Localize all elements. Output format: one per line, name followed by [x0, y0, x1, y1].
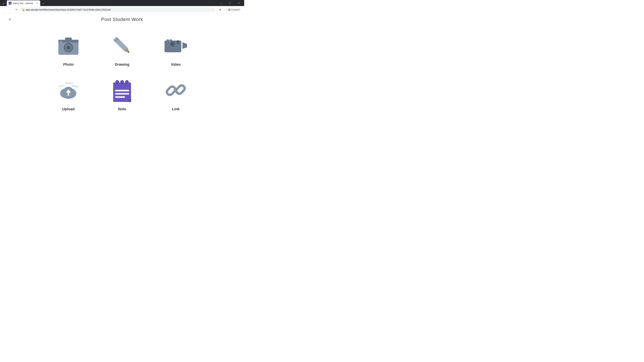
- upload-label: Upload: [62, 107, 75, 111]
- bookmark-button[interactable]: ★: [218, 7, 222, 12]
- svg-rect-35: [113, 82, 131, 102]
- tab-close-button[interactable]: ✕: [36, 2, 38, 4]
- video-icon-wrapper: [162, 32, 189, 59]
- page-title: Post Student Work: [101, 17, 143, 22]
- link-tool[interactable]: Link: [154, 73, 198, 115]
- active-tab[interactable]: S Select Tool - Seesaw ✕: [7, 0, 40, 6]
- svg-rect-49: [166, 85, 176, 96]
- profile-button[interactable]: Incognito: [232, 7, 236, 12]
- forward-button[interactable]: →: [8, 7, 13, 12]
- drawing-icon-wrapper: [109, 32, 136, 59]
- video-icon: [163, 35, 188, 56]
- upload-icon-wrapper: FILE PHOTO VIDEO: [55, 77, 82, 104]
- back-button[interactable]: ←: [2, 7, 7, 12]
- video-tool[interactable]: Video: [154, 29, 198, 70]
- svg-point-21: [177, 41, 179, 43]
- svg-marker-22: [182, 42, 187, 49]
- svg-text:PHOTO: PHOTO: [65, 82, 73, 84]
- drawing-tool[interactable]: Drawing: [100, 29, 144, 70]
- note-tool[interactable]: Note: [100, 73, 144, 115]
- address-bar-row: ← → ↻ 🔒 ★ □ Incognito ⋮: [0, 6, 244, 13]
- tab-back-btn[interactable]: ▼: [1, 1, 6, 6]
- link-label: Link: [172, 107, 180, 111]
- svg-point-33: [68, 89, 76, 97]
- svg-rect-46: [115, 93, 129, 95]
- note-icon: [111, 78, 133, 103]
- photo-label: Photo: [63, 62, 74, 67]
- svg-point-19: [171, 42, 174, 45]
- reload-button[interactable]: ↻: [14, 7, 19, 12]
- photo-tool[interactable]: Photo: [46, 29, 90, 70]
- photo-icon: [57, 35, 80, 56]
- browser-action-icons: ★ □ Incognito ⋮: [218, 7, 242, 12]
- svg-point-26: [170, 40, 172, 41]
- tab-title-text: Select Tool - Seesaw: [13, 2, 34, 4]
- svg-point-9: [67, 46, 70, 49]
- upload-icon: FILE PHOTO VIDEO: [55, 78, 82, 103]
- svg-rect-50: [175, 84, 186, 95]
- svg-rect-45: [115, 90, 129, 91]
- svg-text:FILE: FILE: [59, 84, 64, 88]
- window-controls: — ◻ ✕: [217, 0, 243, 6]
- new-tab-button[interactable]: +: [41, 1, 46, 6]
- close-page-button[interactable]: ×: [7, 16, 13, 22]
- svg-rect-47: [115, 96, 125, 98]
- note-label: Note: [118, 107, 126, 111]
- tab-bar: ▼ S Select Tool - Seesaw ✕ + — ◻ ✕: [0, 0, 244, 6]
- svg-rect-5: [60, 41, 62, 42]
- window-close-button[interactable]: ✕: [235, 0, 243, 6]
- tab-favicon: S: [9, 2, 12, 4]
- maximize-button[interactable]: ◻: [226, 0, 234, 6]
- upload-tool[interactable]: FILE PHOTO VIDEO Upload: [46, 73, 90, 115]
- svg-rect-4: [65, 37, 72, 40]
- address-bar[interactable]: 🔒: [20, 7, 215, 12]
- tools-grid: Photo: [46, 29, 198, 115]
- note-icon-wrapper: [109, 77, 136, 104]
- minimize-button[interactable]: —: [217, 0, 225, 6]
- url-input[interactable]: [26, 8, 213, 11]
- svg-text:VIDEO: VIDEO: [72, 84, 79, 88]
- drawing-icon: [112, 34, 132, 57]
- link-icon-wrapper: [162, 77, 189, 104]
- svg-point-24: [167, 40, 169, 41]
- photo-icon-wrapper: [55, 32, 82, 59]
- video-label: Video: [171, 62, 181, 67]
- drawing-label: Drawing: [115, 62, 130, 67]
- link-icon: [163, 78, 188, 102]
- more-button[interactable]: ⋮: [238, 7, 242, 12]
- page-header: × Post Student Work: [7, 17, 238, 22]
- page-content: × Post Student Work Photo: [0, 13, 244, 135]
